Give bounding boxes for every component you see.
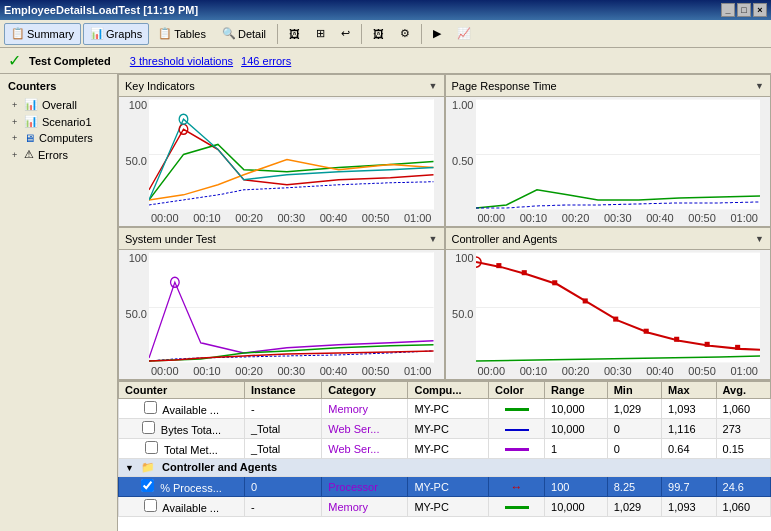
chart-plot-2 <box>476 99 761 210</box>
errors-link[interactable]: 146 errors <box>241 55 291 67</box>
chart-y-axis-3: 100 50.0 <box>119 250 149 363</box>
row-category: Memory <box>322 497 408 517</box>
row-checkbox-cell[interactable]: % Process... <box>119 477 245 497</box>
toolbar-separator-3 <box>421 24 422 44</box>
toolbar-btn-3[interactable]: ↩ <box>334 23 357 45</box>
row-counter: Total Met... <box>164 444 218 456</box>
data-table: Counter Instance Category Compu... Color… <box>118 381 771 517</box>
tab-summary[interactable]: 📋 Summary <box>4 23 81 45</box>
row-checkbox[interactable] <box>142 421 155 434</box>
chart-dropdown-4[interactable]: ▼ <box>755 234 764 244</box>
row-checkbox-cell[interactable]: Available ... <box>119 399 245 419</box>
table-row[interactable]: Total Met... _Total Web Ser... MY-PC 1 0… <box>119 439 771 459</box>
row-category: Web Ser... <box>322 439 408 459</box>
row-max: 0.64 <box>662 439 716 459</box>
chart-x-axis-2: 00:00 00:10 00:20 00:30 00:40 00:50 01:0… <box>476 210 761 226</box>
col-header-avg[interactable]: Avg. <box>716 382 770 399</box>
svg-rect-19 <box>613 317 618 322</box>
svg-rect-17 <box>552 280 557 285</box>
row-color <box>489 439 545 459</box>
counters-title: Counters <box>0 78 117 96</box>
summary-icon: 📋 <box>11 27 25 40</box>
tree-item-overall[interactable]: + 📊 Overall <box>0 96 117 113</box>
expand-icon: + <box>12 100 22 110</box>
tree-item-scenario1[interactable]: + 📊 Scenario1 <box>0 113 117 130</box>
image2-icon: 🖼 <box>373 28 384 40</box>
group-collapse-icon[interactable]: ▼ <box>125 463 134 473</box>
toolbar-btn-5[interactable]: ⚙ <box>393 23 417 45</box>
svg-rect-23 <box>735 345 740 350</box>
table-row[interactable]: Available ... - Memory MY-PC 10,000 1,02… <box>119 497 771 517</box>
row-checkbox[interactable] <box>144 499 157 512</box>
col-header-range[interactable]: Range <box>545 382 608 399</box>
col-header-counter[interactable]: Counter <box>119 382 245 399</box>
row-computer: MY-PC <box>408 399 489 419</box>
settings-icon: ⚙ <box>400 27 410 40</box>
col-header-category[interactable]: Category <box>322 382 408 399</box>
tab-tables[interactable]: 📋 Tables <box>151 23 213 45</box>
col-header-color[interactable]: Color <box>489 382 545 399</box>
minimize-button[interactable]: _ <box>721 3 735 17</box>
svg-rect-22 <box>704 342 709 347</box>
chart-dropdown-3[interactable]: ▼ <box>429 234 438 244</box>
chart-header-1: Key Indicators ▼ <box>119 75 444 97</box>
row-counter: Bytes Tota... <box>161 424 221 436</box>
row-checkbox-cell[interactable]: Available ... <box>119 497 245 517</box>
table-row[interactable]: Bytes Tota... _Total Web Ser... MY-PC 10… <box>119 419 771 439</box>
tab-detail[interactable]: 🔍 Detail <box>215 23 273 45</box>
color-indicator <box>505 448 529 451</box>
tables-icon: 📋 <box>158 27 172 40</box>
col-header-computer[interactable]: Compu... <box>408 382 489 399</box>
expand-icon: + <box>12 133 22 143</box>
maximize-button[interactable]: □ <box>737 3 751 17</box>
row-checkbox-cell[interactable]: Bytes Tota... <box>119 419 245 439</box>
chart-x-axis-3: 00:00 00:10 00:20 00:30 00:40 00:50 01:0… <box>149 363 434 379</box>
row-counter: Available ... <box>162 502 219 514</box>
color-indicator <box>505 506 529 509</box>
row-checkbox[interactable] <box>144 401 157 414</box>
main-layout: Counters + 📊 Overall + 📊 Scenario1 + 🖥 C… <box>0 74 771 531</box>
row-checkbox[interactable] <box>145 441 158 454</box>
row-avg: 1,060 <box>716 497 770 517</box>
chart-y-axis-4: 100 50.0 <box>446 250 476 363</box>
chart-icon: 📊 <box>24 115 38 128</box>
toolbar-btn-7[interactable]: 📈 <box>450 23 478 45</box>
svg-rect-21 <box>674 337 679 342</box>
status-bar: ✓ Test Completed 3 threshold violations … <box>0 48 771 74</box>
tree-item-errors[interactable]: + ⚠ Errors <box>0 146 117 163</box>
row-instance: 0 <box>244 477 321 497</box>
table-row[interactable]: % Process... 0 Processor MY-PC ↔ 100 8.2… <box>119 477 771 497</box>
arrow-icon: ↩ <box>341 27 350 40</box>
chart-dropdown-1[interactable]: ▼ <box>429 81 438 91</box>
tree-item-computers[interactable]: + 🖥 Computers <box>0 130 117 146</box>
table-row[interactable]: Available ... - Memory MY-PC 10,000 1,02… <box>119 399 771 419</box>
col-header-instance[interactable]: Instance <box>244 382 321 399</box>
toolbar-btn-1[interactable]: 🖼 <box>282 23 307 45</box>
chart-x-axis-1: 00:00 00:10 00:20 00:30 00:40 00:50 01:0… <box>149 210 434 226</box>
image-icon: 🖼 <box>289 28 300 40</box>
left-panel: Counters + 📊 Overall + 📊 Scenario1 + 🖥 C… <box>0 74 118 531</box>
toolbar-btn-4[interactable]: 🖼 <box>366 23 391 45</box>
svg-rect-16 <box>521 270 526 275</box>
chart-header-3: System under Test ▼ <box>119 228 444 250</box>
row-range: 1 <box>545 439 608 459</box>
col-header-min[interactable]: Min <box>607 382 661 399</box>
row-min: 1,029 <box>607 399 661 419</box>
group-label: Controller and Agents <box>162 461 277 473</box>
col-header-max[interactable]: Max <box>662 382 716 399</box>
row-checkbox-cell[interactable]: Total Met... <box>119 439 245 459</box>
chart-plot-1 <box>149 99 434 210</box>
threshold-violations-link[interactable]: 3 threshold violations <box>130 55 233 67</box>
svg-rect-15 <box>496 263 501 268</box>
row-min: 0 <box>607 439 661 459</box>
row-checkbox[interactable] <box>141 479 154 492</box>
toolbar-btn-2[interactable]: ⊞ <box>309 23 332 45</box>
detail-icon: 🔍 <box>222 27 236 40</box>
tab-graphs[interactable]: 📊 Graphs <box>83 23 149 45</box>
close-button[interactable]: × <box>753 3 767 17</box>
row-range: 10,000 <box>545 399 608 419</box>
svg-rect-20 <box>643 329 648 334</box>
chart-dropdown-2[interactable]: ▼ <box>755 81 764 91</box>
toolbar-btn-6[interactable]: ▶ <box>426 23 448 45</box>
graphs-icon: 📊 <box>90 27 104 40</box>
